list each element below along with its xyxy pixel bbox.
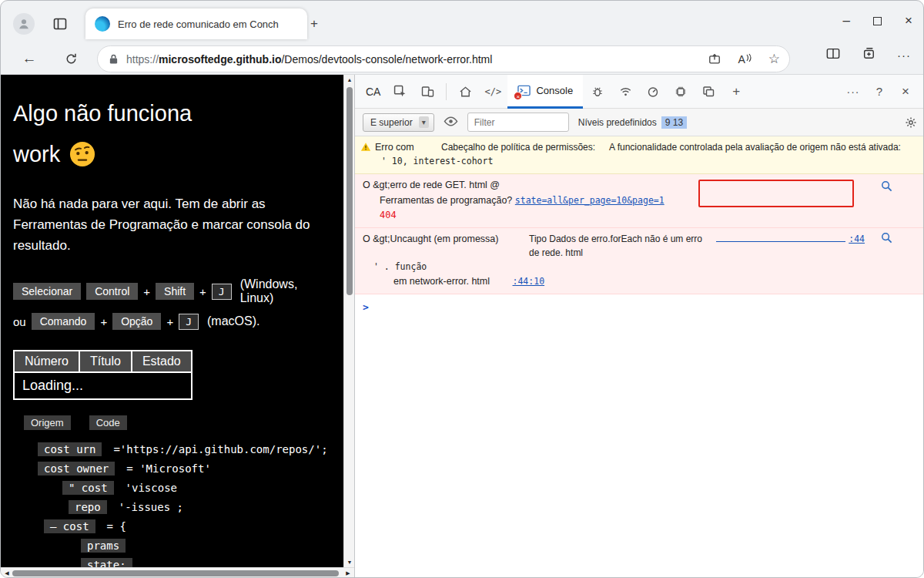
code-labels: Origem Code [13, 415, 331, 430]
titlebar: Erro de rede comunicado em Conch + – × [1, 1, 923, 42]
context-label: E superior [370, 117, 413, 128]
console-network-error-message[interactable]: O &gt;erro de rede GET. html @ Ferrament… [355, 174, 924, 227]
welcome-home-icon[interactable] [452, 79, 478, 105]
warning-detail-line2: ' 10, interest-cohort [381, 155, 919, 169]
share-icon[interactable] [708, 53, 721, 65]
issues-table: Número Título Estado Loading... [13, 350, 192, 400]
toolbar-right: ··· [826, 47, 911, 62]
split-screen-icon[interactable] [826, 48, 840, 62]
levels-label: Níveis predefinidos [578, 117, 657, 128]
vertical-scrollbar-thumb[interactable] [346, 87, 353, 295]
back-button[interactable]: ← [18, 47, 41, 70]
device-emulation-icon[interactable] [414, 79, 440, 105]
layers-panel-icon[interactable] [695, 79, 721, 105]
source-link-underline [716, 232, 845, 242]
filter-input[interactable] [467, 113, 569, 132]
navigation-bar: ← https://microsoftedge.github.io/Demos/… [1, 42, 923, 75]
url-scheme: https:// [126, 53, 159, 66]
close-window-button[interactable]: × [905, 13, 912, 29]
refresh-button[interactable] [59, 47, 82, 70]
code-line: repo'-issues ; [69, 500, 331, 514]
console-error-badge: × [514, 92, 522, 100]
scroll-right-arrow[interactable]: ▶ [343, 570, 353, 576]
shortcut-prefix: ou [13, 315, 26, 328]
search-magnifier-icon[interactable] [881, 180, 892, 197]
tab-console[interactable]: × Console [507, 75, 583, 109]
close-devtools-button[interactable]: × [892, 79, 919, 105]
collections-icon[interactable] [862, 47, 875, 62]
devtools-tab-strip: CA </> × Console [355, 75, 924, 109]
warning-triangle-icon [360, 142, 371, 156]
tab-title: Erro de rede comunicado em Conch [118, 18, 279, 30]
network-conditions-wifi-icon[interactable] [612, 79, 638, 105]
code-line: state: [81, 558, 331, 567]
col-estado: Estado [132, 351, 192, 372]
maximize-button[interactable] [873, 17, 882, 25]
inspect-element-icon[interactable] [387, 79, 413, 105]
code-line: – cost= { [44, 519, 331, 533]
console-toolbar: E superior ▾ Níveis predefinidos 9 13 [355, 109, 924, 136]
error2-stack-text: em network-error. html [393, 276, 490, 287]
console-settings-gear-icon[interactable] [905, 116, 917, 129]
stack-line-link[interactable]: :44:10 [513, 276, 545, 287]
devtools-header-right: ··· ? × [840, 79, 919, 105]
shortcut-prefix: Selecionar [13, 283, 81, 300]
col-numero: Número [14, 351, 79, 372]
search-magnifier-icon[interactable] [881, 232, 892, 248]
code-line: cost owner= 'Microsoft' [38, 462, 331, 476]
code-block: cost urn='https://api.github.com/repos/'… [13, 442, 331, 567]
help-icon[interactable]: ? [866, 79, 892, 105]
red-highlight-box [698, 180, 854, 207]
scroll-up-arrow[interactable]: ▲ [344, 77, 355, 82]
more-tabs-button[interactable]: + [723, 79, 749, 105]
horizontal-scrollbar-thumb[interactable] [12, 570, 339, 576]
issues-bug-icon[interactable] [584, 79, 611, 105]
scroll-down-arrow[interactable]: ▼ [344, 560, 355, 565]
divider [446, 83, 447, 100]
face-with-raised-eyebrow-emoji [69, 141, 95, 167]
person-icon [17, 17, 31, 31]
live-expression-eye-icon[interactable] [444, 116, 458, 129]
warning-source: Erro com [375, 140, 441, 155]
chevron-down-icon: ▾ [419, 116, 429, 128]
devtools-ca-label[interactable]: CA [361, 86, 385, 98]
console-uncaught-error-message[interactable]: O &gt;Uncaught (em promessa) Tipo Dados … [355, 228, 924, 294]
more-options-icon[interactable]: ··· [840, 79, 866, 105]
memory-chip-icon[interactable] [668, 79, 694, 105]
settings-more-icon[interactable]: ··· [897, 49, 911, 62]
log-levels-select[interactable]: Níveis predefinidos 9 13 [578, 116, 687, 129]
key-option: Opção [112, 313, 161, 330]
console-prompt[interactable]: > [355, 294, 924, 320]
error-source-text: Ferramentas de programação? [380, 195, 512, 206]
new-tab-button[interactable]: + [310, 16, 318, 32]
code-line: " cost'viscose [62, 481, 331, 495]
key-control: Control [86, 283, 138, 300]
browser-window: Erro de rede comunicado em Conch + – × ←… [0, 0, 924, 578]
label-code: Code [89, 415, 127, 430]
http-status-404: 404 [380, 208, 919, 223]
loading-cell: Loading... [14, 372, 192, 399]
shortcut-windows: Selecionar Control + Shift + J (Windows,… [13, 277, 331, 305]
performance-gauge-icon[interactable] [640, 79, 666, 105]
console-warning-message[interactable]: Erro com Cabeçalho de política de permis… [355, 136, 924, 174]
profile-avatar[interactable] [13, 13, 35, 35]
label-origem: Origem [24, 415, 71, 430]
address-bar[interactable]: https://microsoftedge.github.io/Demos/de… [97, 45, 790, 72]
minimize-button[interactable]: – [843, 13, 850, 29]
scroll-left-arrow[interactable]: ◀ [2, 570, 12, 576]
warning-detail: A funcionalidade controlada pela avaliaç… [609, 140, 919, 155]
request-url-link[interactable]: state=all&per_page=10&page=1 [515, 195, 665, 206]
read-aloud-icon[interactable]: A [738, 53, 751, 66]
workspaces-icon[interactable] [52, 16, 69, 32]
message-counts: 9 13 [661, 116, 687, 129]
horizontal-scrollbar[interactable]: ◀ ▶ [1, 567, 354, 578]
browser-tab[interactable]: Erro de rede comunicado em Conch [85, 8, 307, 39]
source-line-link[interactable]: :44 [849, 233, 865, 247]
favorites-star-icon[interactable]: ☆ [768, 51, 780, 67]
execution-context-select[interactable]: E superior ▾ [363, 113, 434, 132]
error2-label: O &gt;Uncaught (em promessa) [363, 232, 529, 247]
devtools-panel: CA </> × Console [354, 75, 924, 577]
vertical-scrollbar[interactable]: ▲ ▼ [343, 75, 354, 567]
tab-sources[interactable]: </> [480, 79, 506, 105]
error2-funcao: ' . função [373, 260, 919, 274]
